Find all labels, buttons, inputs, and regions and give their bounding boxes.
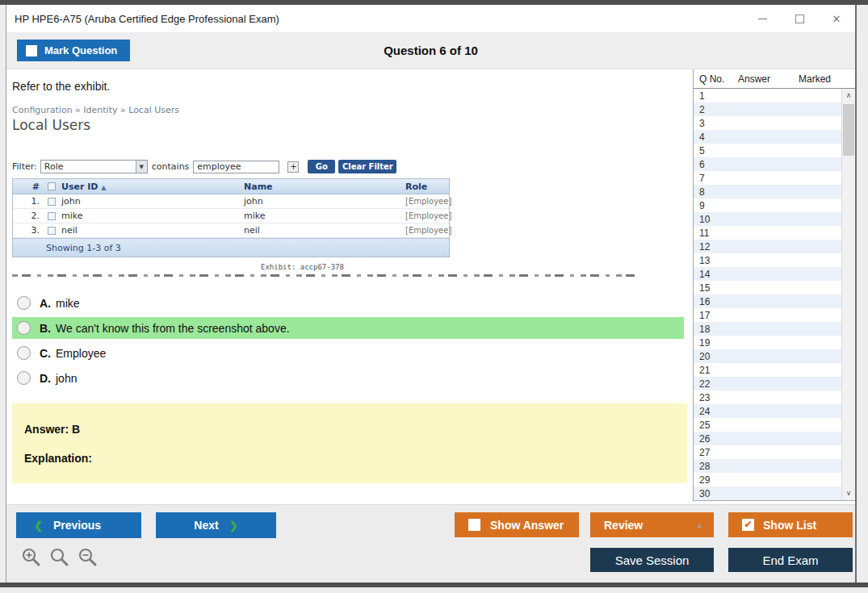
question-list-row[interactable]: 23 — [694, 390, 841, 404]
question-list-row[interactable]: 1 — [694, 89, 841, 102]
sort-asc-icon[interactable]: ▲ — [101, 184, 106, 191]
question-list-row[interactable]: 24 — [694, 404, 841, 418]
exhibit-caption: Exhibit: accp67-378 — [261, 263, 450, 271]
radio-button-icon[interactable] — [17, 296, 31, 310]
radio-button-icon[interactable] — [17, 321, 31, 335]
question-number: 29 — [699, 474, 738, 486]
question-prompt: Refer to the exhibit. — [12, 80, 693, 93]
question-number: 9 — [699, 200, 738, 211]
window-frame-bottom — [0, 583, 868, 587]
question-list-row[interactable]: 11 — [694, 226, 841, 240]
maximize-button[interactable] — [781, 5, 818, 32]
question-list-row[interactable]: 18 — [694, 322, 841, 336]
filter-value-input[interactable]: employee — [193, 161, 279, 173]
question-list-row[interactable]: 5 — [694, 144, 841, 157]
breadcrumb: Configuration » Identity » Local Users — [12, 105, 450, 115]
question-list-row[interactable]: 4 — [694, 130, 841, 144]
question-list-row[interactable]: 12 — [694, 240, 841, 253]
question-list-header: Q No. Answer Marked — [694, 69, 855, 89]
question-list-row[interactable]: 13 — [694, 253, 841, 267]
question-number: 13 — [699, 255, 738, 266]
question-list-row[interactable]: 29 — [694, 473, 841, 487]
show-list-checkbox[interactable]: ✔ — [742, 519, 754, 531]
row-number: 3. — [13, 225, 42, 236]
row-checkbox[interactable] — [48, 227, 56, 235]
select-all-checkbox[interactable] — [48, 182, 56, 190]
close-icon: ✕ — [832, 13, 841, 25]
previous-button[interactable]: ❮ Previous — [16, 512, 141, 538]
end-exam-button[interactable]: End Exam — [728, 548, 853, 572]
question-list-row[interactable]: 25 — [694, 418, 841, 432]
question-list-row[interactable]: 17 — [694, 308, 841, 322]
question-list-row[interactable]: 28 — [694, 459, 841, 473]
question-list-row[interactable]: 21 — [694, 363, 841, 377]
mark-question-button[interactable]: Mark Question — [17, 40, 130, 61]
question-number: 8 — [699, 186, 738, 198]
question-list-row[interactable]: 9 — [694, 198, 841, 212]
close-button[interactable]: ✕ — [818, 5, 855, 32]
question-list-row[interactable]: 8 — [694, 185, 841, 198]
zoom-out-icon[interactable] — [78, 547, 99, 568]
question-list-row[interactable]: 20 — [694, 349, 841, 363]
save-session-button[interactable]: Save Session — [590, 548, 714, 572]
mark-question-checkbox[interactable] — [26, 45, 37, 56]
question-number: 7 — [699, 173, 738, 184]
question-list-row[interactable]: 6 — [694, 157, 841, 171]
local-users-table: # User ID ▲ Name Role 1. john john [Empl… — [12, 178, 450, 257]
scroll-up-icon[interactable]: ∧ — [842, 89, 855, 102]
show-answer-checkbox[interactable] — [468, 519, 480, 531]
question-number: 23 — [699, 392, 738, 403]
row-checkbox[interactable] — [48, 198, 56, 206]
question-list-row[interactable]: 19 — [694, 336, 841, 349]
scrollbar[interactable]: ∧ ∨ — [841, 89, 855, 500]
previous-label: Previous — [53, 519, 101, 532]
question-number: 12 — [699, 241, 738, 253]
add-filter-button[interactable]: + — [287, 161, 299, 173]
dropdown-arrow-icon[interactable]: ▼ — [136, 161, 147, 173]
answer-option[interactable]: B. We can't know this from the screensho… — [12, 317, 684, 339]
question-list-row[interactable]: 3 — [694, 116, 841, 130]
col-header-role: Role — [405, 182, 449, 192]
question-list-row[interactable]: 10 — [694, 212, 841, 226]
filter-field-select[interactable]: Role ▼ — [40, 160, 148, 173]
answer-option[interactable]: D. john — [12, 367, 684, 389]
show-list-button[interactable]: ✔ Show List — [728, 512, 853, 537]
minimize-icon — [758, 19, 767, 19]
question-list-row[interactable]: 22 — [694, 377, 841, 390]
role-cell: [Employee] — [405, 197, 451, 206]
question-list-row[interactable]: 27 — [694, 445, 841, 459]
question-number: 27 — [699, 447, 738, 458]
show-answer-button[interactable]: Show Answer — [455, 512, 579, 537]
question-number: 14 — [699, 269, 738, 280]
answer-option[interactable]: C. Employee — [12, 342, 684, 364]
radio-button-icon[interactable] — [17, 371, 31, 385]
review-button[interactable]: Review ▲ — [590, 512, 714, 537]
row-checkbox[interactable] — [48, 212, 56, 220]
clear-filter-button[interactable]: Clear Filter — [338, 160, 396, 173]
question-number: 11 — [699, 228, 738, 239]
minimize-button[interactable] — [744, 5, 781, 32]
question-list-row[interactable]: 16 — [694, 294, 841, 308]
zoom-reset-icon[interactable] — [49, 547, 70, 568]
question-number: 10 — [699, 214, 738, 225]
filter-field-value: Role — [44, 161, 64, 172]
scrollbar-thumb[interactable] — [843, 104, 854, 156]
radio-button-icon[interactable] — [17, 346, 31, 360]
question-list-panel: Q No. Answer Marked 1 2 3 4 5 6 7 8 — [693, 69, 855, 501]
filter-operator: contains — [152, 161, 190, 172]
go-button[interactable]: Go — [308, 160, 335, 173]
next-button[interactable]: Next ❯ — [156, 512, 276, 538]
role-cell: [Employee] — [405, 211, 451, 220]
zoom-in-icon[interactable] — [21, 547, 42, 568]
chevron-right-icon: ❯ — [229, 520, 238, 532]
window-title: HP HPE6-A75 (Aruba Certified Edge Profes… — [15, 13, 279, 25]
question-list-row[interactable]: 14 — [694, 267, 841, 281]
answer-option[interactable]: A. mike — [12, 292, 684, 314]
question-list-row[interactable]: 7 — [694, 171, 841, 185]
question-list-row[interactable]: 26 — [694, 432, 841, 445]
question-list-row[interactable]: 15 — [694, 281, 841, 294]
question-list-row[interactable]: 2 — [694, 102, 841, 116]
question-number: 16 — [699, 296, 738, 307]
question-list-row[interactable]: 30 — [694, 487, 841, 500]
scroll-down-icon[interactable]: ∨ — [842, 487, 855, 500]
